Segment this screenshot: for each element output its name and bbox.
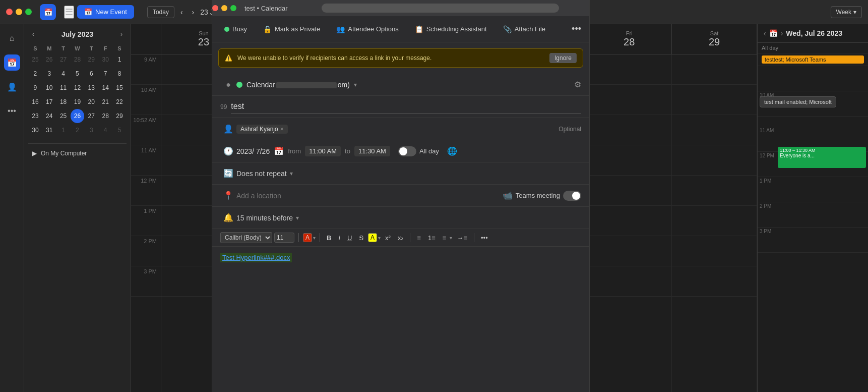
day-header-fri[interactable]: Fri28 — [587, 24, 672, 54]
font-size-input[interactable] — [274, 233, 294, 243]
mini-cal-day[interactable]: 4 — [56, 67, 71, 81]
minimize-button[interactable] — [16, 9, 22, 15]
all-day-switch[interactable] — [398, 146, 416, 156]
font-color-button[interactable]: A — [303, 233, 312, 242]
font-family-select[interactable]: Calibri (Body) — [220, 232, 272, 243]
mini-cal-day[interactable]: 25 — [28, 52, 42, 67]
sidebar-icon-calendar[interactable]: 📅 — [4, 54, 20, 71]
alignment-button[interactable]: ≡ — [440, 233, 449, 243]
rp-event-bar[interactable]: testtest; Microsoft Teams — [762, 55, 864, 64]
attach-file-button[interactable]: 📎 Attach File — [499, 24, 549, 35]
ignore-button[interactable]: Ignore — [549, 53, 577, 63]
mark-private-button[interactable]: 🔒 Mark as Private — [259, 24, 324, 35]
subscript-button[interactable]: x₂ — [395, 233, 406, 243]
mini-cal-day[interactable]: 30 — [28, 123, 42, 137]
mini-cal-day[interactable]: 19 — [71, 95, 85, 109]
mini-cal-day[interactable]: 7 — [98, 67, 112, 81]
mini-cal-day[interactable]: 9 — [28, 81, 42, 95]
underline-button[interactable]: U — [345, 233, 354, 243]
mini-cal-day[interactable]: 29 — [112, 109, 127, 123]
mini-cal-day[interactable]: 1 — [56, 123, 71, 137]
prev-arrow[interactable]: ‹ — [177, 7, 186, 17]
attendee-options-button[interactable]: 👥 Attendee Options — [332, 24, 402, 35]
mini-cal-day[interactable]: 5 — [71, 67, 85, 81]
italic-button[interactable]: I — [336, 233, 343, 243]
scheduling-assistant-button[interactable]: 📋 Scheduling Assistant — [411, 24, 491, 35]
mini-cal-day[interactable]: 12 — [71, 81, 85, 95]
location-input[interactable] — [236, 192, 503, 200]
day-col-6[interactable] — [672, 54, 757, 392]
date-field[interactable]: 2023/ 7/26 — [236, 147, 270, 155]
sidebar-icon-more[interactable]: ••• — [4, 103, 20, 119]
highlight-color-button[interactable]: A — [368, 233, 377, 242]
mini-cal-next[interactable]: › — [120, 31, 122, 38]
rp-event-block[interactable]: 11:00 – 11:30 AM Everyone is a... — [778, 147, 866, 168]
mini-cal-day[interactable]: 11 — [56, 81, 71, 95]
mini-cal-day[interactable]: 24 — [42, 109, 56, 123]
today-button[interactable]: Today — [147, 6, 174, 18]
mini-cal-day[interactable]: 27 — [84, 109, 98, 123]
mini-cal-day[interactable]: 13 — [84, 81, 98, 95]
remove-attendee-icon[interactable]: × — [280, 126, 284, 133]
highlight-dropdown-arrow[interactable]: ▾ — [378, 235, 381, 241]
mini-cal-day[interactable]: 29 — [84, 52, 98, 67]
mini-cal-day[interactable]: 10 — [42, 81, 56, 95]
mini-cal-day[interactable]: 27 — [56, 52, 71, 67]
day-header-sat[interactable]: Sat29 — [672, 24, 757, 54]
right-panel-prev[interactable]: ‹ — [764, 29, 766, 37]
mini-cal-day[interactable]: 17 — [42, 95, 56, 109]
date-picker-icon[interactable]: 📅 — [274, 146, 284, 156]
right-panel-next[interactable]: › — [781, 29, 783, 37]
mini-cal-day[interactable]: 31 — [42, 123, 56, 137]
mini-cal-day[interactable]: 3 — [84, 123, 98, 137]
next-arrow[interactable]: › — [189, 7, 198, 17]
new-event-button[interactable]: 📅 New Event — [77, 5, 134, 19]
more-format-button[interactable]: ••• — [478, 233, 490, 243]
calendar-dropdown-arrow[interactable]: ▾ — [354, 81, 357, 88]
mini-cal-day[interactable]: 15 — [112, 81, 127, 95]
mini-cal-day[interactable]: 26 — [71, 109, 85, 123]
mini-cal-day[interactable]: 1 — [112, 52, 127, 67]
teams-toggle[interactable] — [563, 191, 581, 201]
maximize-button[interactable] — [25, 9, 32, 15]
mini-cal-day[interactable]: 30 — [98, 52, 112, 67]
mini-cal-day[interactable]: 2 — [28, 67, 42, 81]
right-panel-cal-icon[interactable]: 📅 — [769, 29, 778, 37]
editor-body[interactable]: Test Hyperlink###.docx — [212, 247, 589, 348]
close-button[interactable] — [6, 9, 13, 15]
view-selector-button[interactable]: Week ▾ — [831, 6, 862, 18]
mini-cal-day[interactable]: 28 — [71, 52, 85, 67]
alignment-dropdown-arrow[interactable]: ▾ — [450, 235, 452, 241]
sidebar-icon-home[interactable]: ⌂ — [4, 30, 20, 46]
mini-cal-day[interactable]: 16 — [28, 95, 42, 109]
color-dropdown-arrow[interactable]: ▾ — [313, 235, 316, 241]
mini-cal-day[interactable]: 14 — [98, 81, 112, 95]
busy-button[interactable]: Busy — [220, 24, 251, 35]
mini-cal-day[interactable]: 21 — [98, 95, 112, 109]
mini-cal-day[interactable]: 18 — [56, 95, 71, 109]
event-title-input[interactable] — [231, 100, 581, 114]
mini-cal-day[interactable]: 6 — [84, 67, 98, 81]
sidebar-icon-contacts[interactable]: 👤 — [4, 79, 20, 95]
reminder-dropdown-arrow[interactable]: ▾ — [296, 214, 299, 221]
attendee-chip[interactable]: Ashraf Kyanjo × — [236, 125, 288, 134]
calendar-list-item-on-my-computer[interactable]: ▶ On My Computer — [28, 148, 127, 159]
mini-cal-prev[interactable]: ‹ — [32, 31, 34, 38]
hamburger-menu[interactable]: ☰ — [64, 6, 74, 19]
mini-cal-day[interactable]: 26 — [42, 52, 56, 67]
mini-cal-day[interactable]: 25 — [56, 109, 71, 123]
from-time-button[interactable]: 11:00 AM — [305, 146, 341, 156]
bullet-list-button[interactable]: ≡ — [414, 233, 423, 243]
numbered-list-button[interactable]: 1≡ — [425, 233, 438, 243]
mini-cal-day[interactable]: 28 — [98, 109, 112, 123]
mini-cal-day[interactable]: 5 — [112, 123, 127, 137]
mini-cal-day[interactable]: 3 — [42, 67, 56, 81]
teams-meeting-button[interactable]: 📹 Teams meeting — [503, 191, 581, 201]
mini-cal-day[interactable]: 8 — [112, 67, 127, 81]
calendar-settings-icon[interactable]: ⚙ — [574, 80, 581, 89]
day-col-5[interactable] — [587, 54, 672, 392]
superscript-button[interactable]: x² — [383, 233, 393, 243]
mini-cal-day[interactable]: 4 — [98, 123, 112, 137]
repeat-dropdown-arrow[interactable]: ▾ — [290, 170, 293, 177]
hyperlink-text[interactable]: Test Hyperlink###.docx — [220, 253, 292, 262]
